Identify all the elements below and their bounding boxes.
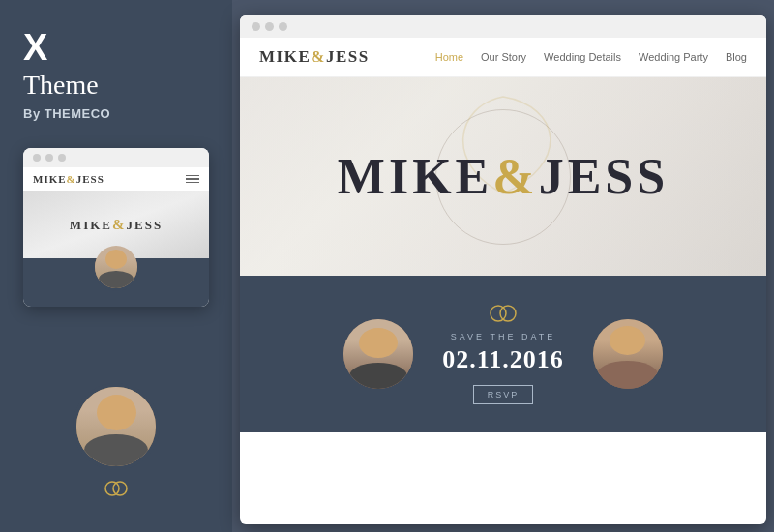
rsvp-button[interactable]: RSVP (473, 385, 534, 404)
sidebar-bottom (0, 371, 232, 503)
svg-point-1 (113, 482, 127, 495)
mobile-preview-card: MIKE&JESS MIKE&JESS (23, 148, 209, 307)
mobile-save-section (23, 258, 209, 307)
preview-nav-links: Home Our Story Wedding Details Wedding P… (435, 51, 747, 63)
preview-dot-1 (252, 22, 260, 31)
mobile-person-man (95, 246, 137, 288)
nav-link-wedding-party[interactable]: Wedding Party (639, 51, 708, 63)
sidebar-avatar-large (73, 383, 160, 470)
mobile-nav: MIKE&JESS (23, 167, 209, 191)
hamburger-line-2 (186, 178, 199, 180)
theme-label: Theme (23, 70, 99, 101)
nav-link-home[interactable]: Home (435, 51, 463, 63)
mobile-hamburger-icon[interactable] (186, 175, 199, 184)
sidebar-person-man (76, 387, 156, 466)
mobile-titlebar (23, 148, 209, 167)
mobile-dot-3 (58, 154, 66, 162)
save-avatar-woman (593, 319, 663, 389)
sidebar-rings-icon (103, 478, 130, 503)
mobile-avatar-man (92, 243, 140, 291)
preview-nav: MIKE&JESS Home Our Story Wedding Details… (240, 38, 766, 77)
svg-point-3 (500, 306, 516, 321)
by-text: By (23, 106, 45, 121)
preview-save-section: SAVE THE DATE 02.11.2016 RSVP (240, 276, 766, 432)
save-rings-icon (442, 304, 564, 328)
mobile-hero-amp: & (112, 217, 127, 232)
hamburger-line-1 (186, 175, 199, 177)
preview-hero: MIKE&JESS (240, 77, 766, 276)
hero-amp: & (492, 149, 538, 204)
mobile-logo-amp: & (67, 173, 76, 185)
preview-dot-2 (265, 22, 274, 31)
nav-link-wedding-details[interactable]: Wedding Details (544, 51, 621, 63)
desktop-preview: MIKE&JESS Home Our Story Wedding Details… (240, 15, 766, 524)
nav-link-our-story[interactable]: Our Story (481, 51, 526, 63)
save-center: SAVE THE DATE 02.11.2016 RSVP (442, 304, 564, 404)
svg-point-0 (105, 482, 119, 495)
mobile-logo: MIKE&JESS (33, 173, 104, 185)
x-logo: X (23, 29, 47, 66)
mobile-dot-2 (45, 154, 53, 162)
hero-title: MIKE&JESS (338, 148, 669, 205)
mobile-dot-1 (33, 154, 41, 162)
save-the-date-label: SAVE THE DATE (442, 332, 564, 341)
svg-point-2 (491, 306, 506, 321)
preview-dot-3 (279, 22, 287, 31)
preview-logo-amp: & (311, 47, 326, 66)
preview-titlebar (240, 15, 766, 38)
nav-link-blog[interactable]: Blog (726, 51, 747, 63)
save-avatar-man (343, 319, 413, 389)
mobile-hero-logo: MIKE&JESS (70, 217, 163, 233)
author-label: By THEMECO (23, 106, 110, 121)
save-date-value: 02.11.2016 (442, 345, 564, 374)
hamburger-line-3 (186, 182, 199, 184)
sidebar: X Theme By THEMECO MIKE&JESS MIKE&JESS (0, 0, 232, 532)
preview-logo: MIKE&JESS (259, 47, 370, 67)
author-name: THEMECO (45, 106, 111, 121)
